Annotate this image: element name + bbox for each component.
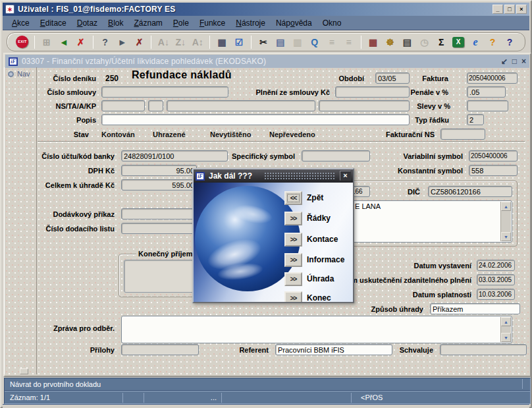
record-bar: Záznam: 1/1 ... <PřOS (5, 392, 530, 404)
menu-item-pole[interactable]: Pole (168, 17, 194, 29)
enter-query-icon[interactable]: ? (97, 34, 113, 50)
duplicate-record-icon[interactable]: ◄ (56, 34, 72, 50)
ns-field-1[interactable] (101, 100, 145, 111)
dialog-button-konec[interactable]: >> (284, 291, 302, 302)
fakturacni-ns-field[interactable] (440, 129, 485, 140)
address-scrollbar[interactable]: ▲ ▼ (500, 202, 511, 241)
execute-query-icon[interactable]: ► (115, 34, 130, 50)
stav-label: Stav (74, 131, 89, 138)
dialog-close-button[interactable]: × (340, 171, 351, 181)
prilohy-field[interactable] (121, 344, 199, 355)
notes-icon[interactable]: ▤ (399, 34, 415, 50)
obdobi-field[interactable] (375, 73, 410, 84)
context-help-icon[interactable]: ? (485, 34, 500, 50)
dialog-button-informace[interactable]: >> (284, 253, 302, 267)
ns-field-4[interactable] (319, 100, 410, 111)
penale-field[interactable] (467, 86, 506, 98)
celkem-field[interactable] (121, 179, 197, 190)
exit-button[interactable]: EXIT (14, 34, 30, 50)
menu-item-nastroje[interactable]: Nástroje (230, 17, 271, 29)
mdi-titlebar[interactable]: iF 03307 - Finanční vztahy/Účetní likvid… (5, 55, 529, 68)
var-symbol-field[interactable] (469, 150, 518, 161)
menu-item-editace[interactable]: Editace (35, 17, 72, 29)
ifis-icon: iF (196, 172, 205, 181)
dialog-button-label-zpet: Zpět (307, 193, 323, 202)
help-icon[interactable]: ? (502, 34, 518, 50)
referent-field[interactable] (275, 344, 392, 355)
dialog-titlebar[interactable]: iF Jak dál ??? × (194, 169, 353, 183)
cancel-query-icon[interactable]: ✗ (132, 34, 147, 50)
ucet-field[interactable] (121, 150, 228, 161)
scroll-up-icon[interactable]: ▲ (501, 202, 511, 211)
scroll-down-icon[interactable]: ▼ (501, 232, 511, 241)
toolbar-separator (361, 36, 361, 49)
slevy-field[interactable] (467, 100, 508, 111)
menu-item-akce[interactable]: Akce (7, 17, 35, 29)
datum-plneni-field[interactable] (477, 274, 515, 285)
cut-icon[interactable]: ✂ (255, 34, 271, 50)
menu-item-dotaz[interactable]: Dotaz (72, 17, 103, 29)
ns-field-3[interactable] (167, 100, 315, 111)
dic-field[interactable] (428, 186, 512, 197)
menu-item-zaznam[interactable]: Záznam (128, 17, 167, 29)
schvaluje-label: Schvaluje (400, 346, 433, 354)
sum-icon[interactable]: Σ (433, 34, 449, 50)
faktura-label: Faktura (422, 74, 448, 82)
menu-item-blok[interactable]: Blok (103, 17, 128, 29)
nav-radio-icon[interactable] (8, 71, 14, 77)
sort-desc-icon: Z↓ (173, 34, 188, 50)
insert-record-icon: ⊞ (39, 34, 55, 50)
scroll-up-icon[interactable]: ▲ (501, 317, 511, 326)
faktura-field[interactable] (467, 73, 518, 84)
dialog-button-radky[interactable]: >> (284, 212, 302, 225)
mdi-scroll-box[interactable] (20, 368, 28, 374)
close-button[interactable]: × (516, 5, 527, 14)
dph-field[interactable] (121, 165, 197, 176)
copy-icon[interactable]: ▤ (273, 34, 288, 50)
spec-symbol-label: Specifický symbol (232, 152, 295, 160)
plneni-field[interactable] (335, 86, 410, 98)
print-setup-icon[interactable]: ☑ (231, 34, 247, 50)
konst-symbol-field[interactable] (469, 165, 518, 176)
excel-icon[interactable]: X (450, 34, 466, 50)
toolbar-separator (34, 36, 35, 49)
mdi-close-button[interactable]: × (521, 57, 526, 65)
menu-item-napoveda[interactable]: Nápověda (271, 17, 317, 29)
delete-record-icon[interactable]: ✗ (73, 34, 89, 50)
mdi-minimize-button[interactable]: ↙ (501, 57, 508, 65)
menu-item-okno[interactable]: Okno (317, 17, 347, 29)
dialog-button-label-kontace: Kontace (307, 235, 338, 244)
maximize-button[interactable]: □ (504, 5, 515, 14)
calendar-icon[interactable]: ▦ (365, 34, 381, 50)
browser-icon[interactable]: e (467, 34, 483, 50)
find-icon[interactable]: Q (307, 34, 323, 50)
dic-label: DIČ (408, 188, 420, 196)
minimize-button[interactable]: _ (492, 5, 503, 14)
app-icon: ✶ (5, 5, 14, 14)
scroll-down-icon[interactable]: ▼ (501, 333, 511, 342)
zprava-field[interactable]: ▲ ▼ (121, 316, 512, 343)
dialog-body: <<Zpět>>Řádky>>Kontace>>Informace>>Úhrad… (194, 183, 353, 302)
cislo-smlouvy-field[interactable] (101, 86, 228, 98)
popis-field[interactable] (101, 114, 410, 125)
zpusob-uhrady-field[interactable] (430, 303, 520, 314)
status-dots: ... (163, 393, 217, 401)
dialog-button-kontace[interactable]: >> (284, 233, 302, 247)
nav-label[interactable]: Nav (17, 70, 30, 78)
mdi-restore-button[interactable]: □ (512, 57, 517, 65)
typ-radku-field[interactable] (467, 114, 484, 125)
dialog-button-zpet[interactable]: << (284, 191, 302, 205)
datum-vystaveni-field[interactable] (477, 260, 515, 271)
zprava-scrollbar[interactable]: ▲ ▼ (500, 317, 511, 342)
schvaluje-field[interactable] (440, 344, 527, 355)
menu-item-funkce[interactable]: Funkce (194, 17, 230, 29)
penale-label: Penále v % (411, 88, 448, 96)
datum-splatnosti-field[interactable] (477, 289, 515, 300)
print-icon[interactable]: ▦ (214, 34, 230, 50)
navigator-wheel-icon[interactable]: ☸ (383, 34, 398, 50)
status-divider (221, 393, 222, 403)
record-count: Záznam: 1/1 (10, 393, 50, 401)
spec-symbol-field[interactable] (302, 150, 370, 161)
dialog-button-uhrada[interactable]: >> (284, 272, 302, 286)
ns-field-2[interactable] (148, 100, 163, 111)
